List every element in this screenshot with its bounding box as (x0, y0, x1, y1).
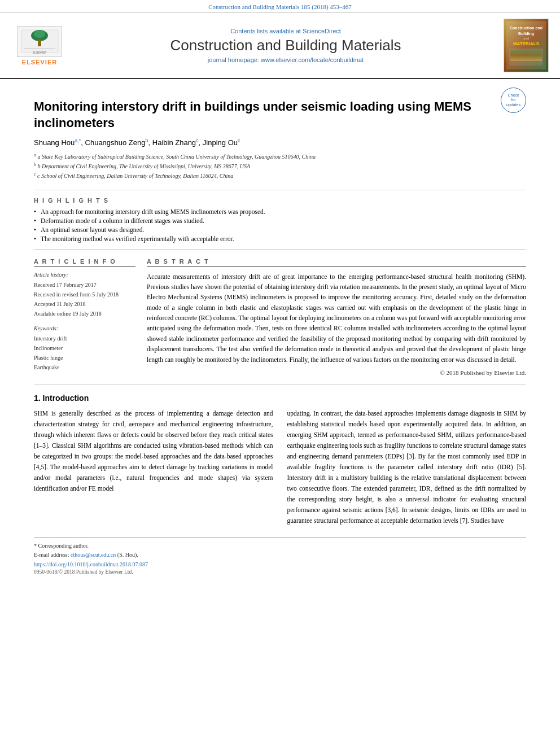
keywords-label: Keywords: (34, 325, 135, 331)
homepage-url[interactable]: www.elsevier.com/locate/conbuildmat (261, 56, 364, 63)
svg-rect-2 (38, 40, 41, 46)
affiliation-c: c c School of Civil Engineering, Dalian … (34, 171, 526, 181)
affiliation-a: a a State Key Laboratory of Subtropical … (34, 152, 526, 161)
sciencedirect-link[interactable]: ScienceDirect (303, 28, 341, 34)
journal-citation: Construction and Building Materials 185 … (208, 3, 352, 10)
issn-line: 0950-0618/© 2018 Published by Elsevier L… (34, 569, 526, 575)
cover-title: Construction and Building (509, 25, 544, 36)
abstract-text: Accurate measurements of interstory drif… (147, 272, 526, 365)
highlight-item-4: The monitoring method was verified exper… (34, 235, 526, 242)
available-date: Available online 19 July 2018 (34, 309, 135, 318)
divider-2 (34, 249, 526, 250)
divider-1 (34, 190, 526, 190)
accepted-date: Accepted 11 July 2018 (34, 299, 135, 309)
highlight-item-2: Deformation mode of a column in differen… (34, 217, 526, 224)
article-info-column: A R T I C L E I N F O Article history: R… (34, 258, 135, 377)
check-updates-badge: Checkforupdates (501, 88, 526, 113)
journal-homepage: journal homepage: www.elsevier.com/locat… (73, 56, 498, 63)
highlights-label: H I G H L I G H T S (34, 197, 526, 204)
affiliations: a a State Key Laboratory of Subtropical … (34, 152, 526, 181)
divider-3 (34, 385, 526, 385)
paper-title: Monitoring interstory drift in buildings… (34, 99, 492, 131)
keyword-3: Plastic hinge (34, 353, 135, 362)
journal-header: ELSEVIER ELSEVIER Contents lists availab… (0, 13, 560, 79)
svg-text:ELSEVIER: ELSEVIER (32, 51, 46, 54)
authors-line: Shuang Houa,*, Chuangshuo Zengb, Haibin … (34, 138, 526, 147)
email-footnote: E-mail address: cthous@scut.edu.cn (S. H… (34, 551, 526, 560)
contents-available-text: Contents lists available at ScienceDirec… (73, 28, 498, 34)
received-revised-date: Received in revised form 5 July 2018 (34, 290, 135, 299)
copyright-line: © 2018 Published by Elsevier Ltd. (147, 369, 526, 376)
main-content: Monitoring interstory drift in buildings… (0, 79, 560, 583)
history-label: Article history: (34, 272, 135, 278)
author-chuangshuo: Chuangshuo Zeng (85, 139, 146, 147)
affiliation-b: b b Department of Civil Engineering, The… (34, 161, 526, 171)
introduction-section: 1. Introduction SHM is generally describ… (34, 394, 526, 526)
keyword-1: Interstory drift (34, 334, 135, 343)
highlight-item-1: An approach for monitoring interstory dr… (34, 208, 526, 215)
author-jinping: Jinping Ou (203, 139, 238, 147)
journal-header-center: Contents lists available at ScienceDirec… (68, 28, 504, 63)
author-shuang: Shuang Hou (34, 139, 75, 147)
cover-subtitle: MATERIALS (513, 41, 539, 46)
highlight-item-3: An optimal sensor layout was designed. (34, 226, 526, 233)
introduction-heading: 1. Introduction (34, 394, 526, 403)
received-date: Received 17 February 2017 (34, 280, 135, 290)
introduction-left-col: SHM is generally described as the proces… (34, 408, 273, 526)
introduction-left-text: SHM is generally described as the proces… (34, 408, 273, 494)
introduction-two-col: SHM is generally described as the proces… (34, 408, 526, 526)
elsevier-brand-text: ELSEVIER (22, 59, 57, 65)
highlights-section: H I G H L I G H T S An approach for moni… (34, 197, 526, 242)
svg-point-3 (34, 30, 45, 38)
paper-title-row: Monitoring interstory drift in buildings… (34, 88, 526, 138)
abstract-label: A B S T R A C T (147, 258, 526, 267)
corresponding-author: * Corresponding author. (34, 541, 526, 551)
keywords-section: Keywords: Interstory drift Inclinometer … (34, 325, 135, 372)
article-history: Article history: Received 17 February 20… (34, 272, 135, 318)
keyword-2: Inclinometer (34, 343, 135, 353)
keyword-4: Earthquake (34, 362, 135, 372)
article-info-label: A R T I C L E I N F O (34, 258, 135, 267)
elsevier-tree-logo: ELSEVIER (17, 26, 62, 57)
article-abstract-row: A R T I C L E I N F O Article history: R… (34, 258, 526, 377)
doi-link[interactable]: https://doi.org/10.1016/j.conbuildmat.20… (34, 561, 526, 567)
journal-title: Construction and Building Materials (73, 37, 498, 54)
journal-bar: Construction and Building Materials 185 … (0, 0, 560, 13)
footnote-section: * Corresponding author. E-mail address: … (34, 538, 526, 575)
introduction-right-col: updating. In contrast, the data-based ap… (287, 408, 527, 526)
elsevier-svg-logo: ELSEVIER (19, 27, 61, 55)
journal-cover-image: Construction and Building and MATERIALS (504, 19, 549, 72)
author-haibin: Haibin Zhang (152, 139, 196, 147)
email-link[interactable]: cthous@scut.edu.cn (71, 552, 116, 558)
abstract-column: A B S T R A C T Accurate measurements of… (147, 258, 526, 377)
elsevier-logo: ELSEVIER ELSEVIER (11, 26, 68, 65)
introduction-right-text: updating. In contrast, the data-based ap… (287, 408, 527, 526)
